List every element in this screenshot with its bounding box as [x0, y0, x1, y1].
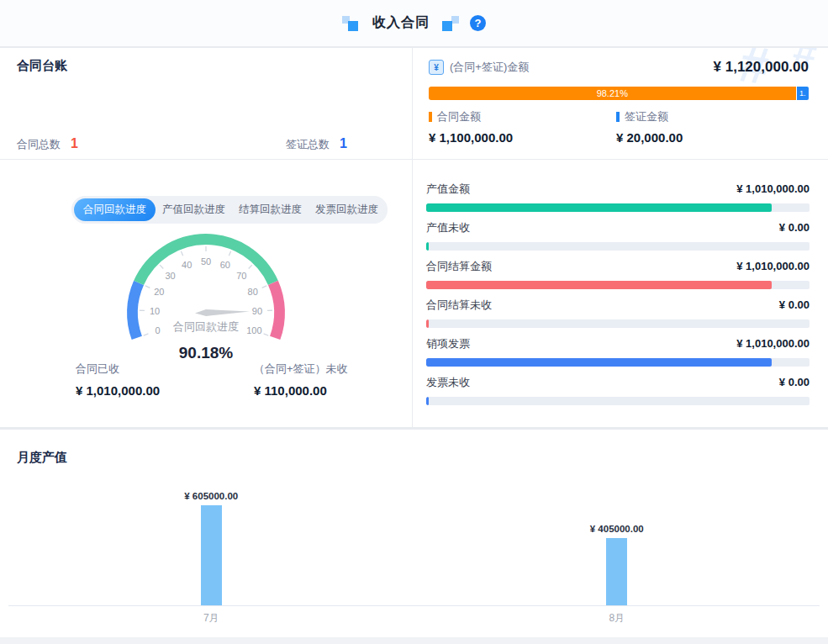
gauge-stat-value: ¥ 1,010,000.00: [76, 383, 160, 398]
gauge-stat: 合同已收¥ 1,010,000.00: [76, 362, 160, 398]
metric-bars-panel: 产值金额¥ 1,010,000.00产值未收¥ 0.00合同结算金额¥ 1,01…: [413, 160, 828, 427]
legend-marker-icon: [616, 112, 620, 122]
metric-row: 合同结算金额¥ 1,010,000.00: [426, 259, 810, 298]
svg-text:合同回款进度: 合同回款进度: [173, 320, 239, 333]
recovery-progress-panel: 合同回款进度产值回款进度结算回款进度发票回款进度 010203040506070…: [0, 160, 412, 427]
metric-bar-track: [426, 397, 810, 405]
bar-value-label: ¥ 605000.00: [184, 491, 238, 501]
legend-label: 合同金额: [437, 109, 481, 124]
metric-bar-track: [426, 319, 810, 328]
svg-text:10: 10: [150, 306, 160, 316]
metric-bar-fill: [426, 397, 429, 405]
metric-row-head: 产值未收¥ 0.00: [426, 220, 810, 235]
metric-rows: 产值金额¥ 1,010,000.00产值未收¥ 0.00合同结算金额¥ 1,01…: [426, 182, 810, 414]
metric-row: 销项发票¥ 1,010,000.00: [426, 336, 810, 375]
x-axis-label: 8月: [609, 611, 625, 626]
progress-segment: 1.: [797, 87, 809, 100]
gauge-stat-label: （合同+签证）未收: [254, 362, 348, 377]
metric-bar-track: [426, 203, 810, 212]
gauge-value: 90.18%: [105, 344, 307, 362]
legend-item-head: 合同金额: [429, 109, 513, 124]
metric-row: 产值未收¥ 0.00: [426, 220, 810, 259]
metric-row: 产值金额¥ 1,010,000.00: [426, 182, 810, 220]
bar: [201, 505, 222, 605]
ledger-stat-label: 合同总数: [17, 138, 61, 150]
metric-bar-track: [426, 281, 810, 289]
metric-value: ¥ 1,010,000.00: [736, 182, 810, 195]
legend-label: 签证金额: [625, 109, 668, 124]
svg-text:50: 50: [201, 256, 211, 267]
legend-value: ¥ 1,100,000.00: [429, 130, 513, 145]
metric-label: 产值金额: [426, 182, 470, 197]
monthly-output-panel: 月度产值 ¥ 605000.007月¥ 405000.008月: [0, 430, 828, 637]
x-axis-label: 7月: [203, 611, 219, 626]
metric-bar-fill: [426, 358, 772, 367]
metric-bar-fill: [426, 281, 772, 289]
page-title: 收入合同: [372, 14, 430, 32]
gauge-stat-value: ¥ 110,000.00: [254, 383, 348, 398]
ledger-stat: 签证总数1: [286, 136, 347, 152]
monthly-bar-chart: ¥ 605000.007月¥ 405000.008月: [0, 430, 828, 637]
metric-row-head: 销项发票¥ 1,010,000.00: [426, 336, 810, 351]
metric-label: 发票未收: [426, 375, 470, 390]
metric-label: 合同结算未收: [426, 298, 492, 313]
legend-marker-icon: [429, 112, 432, 122]
gauge-stat-label: 合同已收: [76, 362, 160, 377]
metric-label: 产值未收: [426, 220, 470, 235]
metric-row: 合同结算未收¥ 0.00: [426, 298, 810, 336]
metric-row-head: 合同结算金额¥ 1,010,000.00: [426, 259, 810, 274]
metric-row-head: 发票未收¥ 0.00: [426, 375, 810, 390]
gauge-needle: [195, 309, 250, 316]
tab-1[interactable]: 合同回款进度: [74, 198, 156, 221]
amount-label: (合同+签证)金额: [450, 60, 529, 75]
progress-segment: 98.21%: [429, 87, 796, 100]
metric-bar-fill: [426, 203, 772, 212]
svg-text:70: 70: [236, 271, 246, 281]
metric-bar-track: [426, 242, 810, 251]
ledger-stat: 合同总数1: [17, 136, 78, 152]
metric-row: 发票未收¥ 0.00: [426, 375, 810, 414]
metric-bar-track: [426, 358, 810, 367]
svg-text:30: 30: [166, 271, 176, 281]
metric-value: ¥ 0.00: [779, 298, 810, 311]
legend-item: 签证金额¥ 20,000.00: [616, 109, 683, 145]
contract-ledger-panel: 合同台账 合同总数1签证总数1: [0, 48, 412, 159]
gauge-stat: （合同+签证）未收¥ 110,000.00: [254, 362, 348, 398]
svg-text:60: 60: [220, 260, 230, 270]
metric-label: 销项发票: [426, 336, 470, 351]
metric-bar-fill: [426, 319, 429, 328]
metric-bar-fill: [426, 242, 429, 251]
metric-value: ¥ 1,010,000.00: [736, 337, 810, 350]
svg-text:90: 90: [252, 306, 262, 316]
metric-value: ¥ 1,010,000.00: [736, 260, 810, 272]
amount-total: ¥ 1,120,000.00: [714, 59, 809, 76]
invoice-yen-icon: ¥: [429, 60, 444, 75]
tab-4[interactable]: 发票回款进度: [309, 198, 385, 221]
income-contract-dashboard: 收入合同 ? 合同台账 合同总数1签证总数1 # # ¥ (合同+签证)金额 ¥…: [0, 0, 828, 644]
progress-tabs: 合同回款进度产值回款进度结算回款进度发票回款进度: [71, 196, 388, 224]
bar: [606, 538, 627, 605]
metric-label: 合同结算金额: [426, 259, 492, 274]
metric-row-head: 产值金额¥ 1,010,000.00: [426, 182, 810, 197]
amount-header: ¥ (合同+签证)金额 ¥ 1,120,000.00: [429, 59, 809, 76]
tab-2[interactable]: 产值回款进度: [156, 198, 232, 221]
bar-value-label: ¥ 405000.00: [590, 524, 644, 534]
svg-text:100: 100: [246, 325, 261, 335]
svg-text:20: 20: [154, 287, 164, 297]
svg-text:40: 40: [182, 260, 192, 270]
x-axis-line: [8, 605, 820, 606]
blue-squares-right-icon: [440, 15, 460, 32]
svg-text:0: 0: [156, 325, 161, 335]
tab-3[interactable]: 结算回款进度: [232, 198, 309, 221]
help-icon[interactable]: ?: [470, 15, 486, 31]
recovery-gauge: 0102030405060708090100合同回款进度: [109, 232, 303, 350]
legend-item-head: 签证金额: [616, 109, 683, 124]
ledger-title: 合同台账: [17, 58, 67, 74]
metric-row-head: 合同结算未收¥ 0.00: [426, 298, 810, 313]
ledger-stat-value: 1: [71, 136, 78, 150]
svg-text:80: 80: [248, 287, 258, 297]
legend-value: ¥ 20,000.00: [616, 130, 683, 145]
ledger-stat-label: 签证总数: [286, 138, 330, 150]
metric-value: ¥ 0.00: [779, 221, 810, 234]
ledger-stat-value: 1: [340, 136, 347, 150]
